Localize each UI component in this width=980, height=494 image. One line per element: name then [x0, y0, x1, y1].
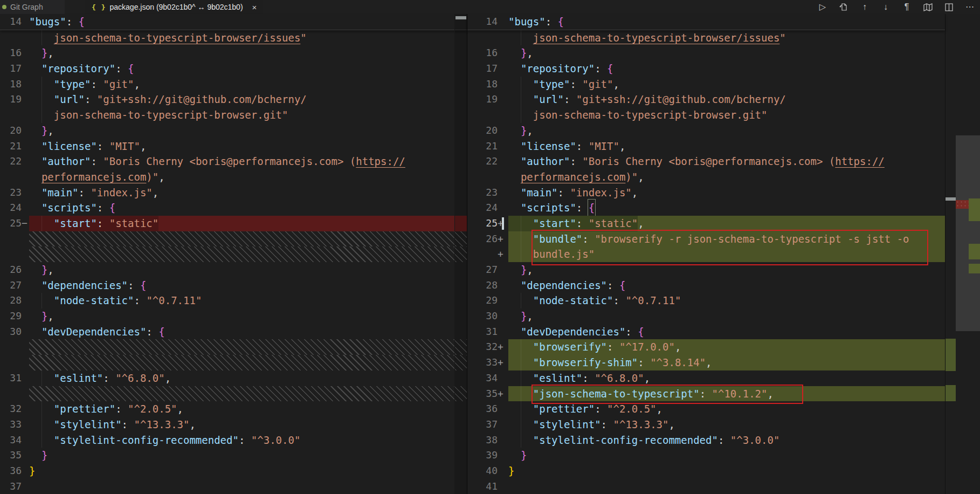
- code-row[interactable]: 21 "license": "MIT",: [467, 139, 945, 154]
- line-number[interactable]: 29: [467, 293, 498, 308]
- line-number[interactable]: 16: [467, 45, 498, 61]
- line-number[interactable]: 14: [0, 14, 22, 30]
- map-icon[interactable]: [923, 2, 933, 12]
- code-row[interactable]: 16 },: [0, 45, 467, 61]
- line-number[interactable]: 20: [0, 123, 22, 139]
- line-number[interactable]: 22: [0, 154, 22, 169]
- line-number[interactable]: 24: [0, 200, 22, 216]
- line-number[interactable]: 23: [0, 185, 22, 201]
- line-number[interactable]: [0, 339, 22, 355]
- code-row[interactable]: 31 "devDependencies": {: [467, 324, 945, 340]
- line-number[interactable]: [0, 107, 22, 123]
- line-number[interactable]: [0, 246, 22, 262]
- play-icon[interactable]: ▷: [818, 2, 827, 12]
- code-row[interactable]: 29 },: [0, 308, 467, 324]
- next-change-icon[interactable]: ↓: [881, 2, 891, 12]
- code-row[interactable]: json-schema-to-typescript-browser.git": [0, 107, 467, 123]
- code-row[interactable]: 19 "url": "git+ssh://git@github.com/bche…: [467, 92, 945, 107]
- line-number[interactable]: 32: [0, 401, 22, 417]
- code-row[interactable]: 14"bugs": {: [467, 14, 945, 30]
- hatch-filler-row[interactable]: [0, 355, 467, 370]
- line-number[interactable]: 24: [467, 200, 498, 216]
- code-row[interactable]: performancejs.com)",: [0, 169, 467, 185]
- code-row[interactable]: 14"bugs": {: [0, 14, 467, 30]
- code-row[interactable]: 31 "eslint": "^6.8.0",: [0, 370, 467, 386]
- code-row[interactable]: 36}: [0, 463, 467, 479]
- code-row[interactable]: 33+ "browserify-shim": "^3.8.14",: [467, 355, 945, 370]
- code-row[interactable]: 22 "author": "Boris Cherny <boris@perfor…: [467, 154, 945, 169]
- line-number[interactable]: 34: [467, 370, 498, 386]
- code-row[interactable]: json-schema-to-typescript-browser/issues…: [0, 30, 467, 46]
- original-pane[interactable]: 14"bugs": { json-schema-to-typescript-br…: [0, 14, 467, 494]
- code-row[interactable]: 23 "main": "index.js",: [0, 185, 467, 201]
- line-number[interactable]: 31: [0, 370, 22, 386]
- tab-package-json-diff[interactable]: { } package.json (9b02c1b0^ ↔ 9b02c1b0) …: [85, 0, 263, 14]
- line-number[interactable]: 18: [0, 77, 22, 92]
- code-row[interactable]: 27 "dependencies": {: [0, 278, 467, 293]
- code-row[interactable]: 18 "type": "git",: [0, 77, 467, 92]
- code-row[interactable]: json-schema-to-typescript-browser/issues…: [467, 30, 945, 46]
- code-row[interactable]: 30 },: [467, 308, 945, 324]
- line-number[interactable]: 27: [0, 278, 22, 293]
- code-row[interactable]: 26 },: [0, 262, 467, 278]
- line-number[interactable]: 30: [467, 308, 498, 324]
- line-number[interactable]: 18: [467, 77, 498, 92]
- line-number[interactable]: [467, 169, 498, 185]
- line-number[interactable]: [0, 231, 22, 247]
- split-editor-icon[interactable]: [944, 2, 954, 12]
- line-number[interactable]: 25: [0, 216, 22, 231]
- line-number[interactable]: 16: [0, 45, 22, 61]
- hatch-filler-row[interactable]: [0, 339, 467, 355]
- line-number[interactable]: 36: [0, 463, 22, 479]
- close-icon[interactable]: ×: [252, 3, 257, 12]
- line-number[interactable]: 37: [0, 479, 22, 494]
- line-number[interactable]: 19: [467, 92, 498, 107]
- code-row[interactable]: 30 "devDependencies": {: [0, 324, 467, 340]
- minimap-slider[interactable]: [956, 135, 980, 331]
- code-row[interactable]: 40}: [467, 463, 945, 479]
- line-number[interactable]: 28: [0, 293, 22, 308]
- line-number[interactable]: [0, 30, 22, 46]
- code-row[interactable]: 25− "start": "static": [0, 216, 467, 231]
- line-number[interactable]: 23: [467, 185, 498, 201]
- code-row[interactable]: 32 "prettier": "^2.0.5",: [0, 401, 467, 417]
- code-row[interactable]: 20 },: [467, 123, 945, 139]
- code-row[interactable]: 16 },: [467, 45, 945, 61]
- line-number[interactable]: 34: [0, 433, 22, 448]
- line-number[interactable]: 28: [467, 278, 498, 293]
- line-number[interactable]: 14: [467, 14, 498, 30]
- code-row[interactable]: 28 "dependencies": {: [467, 278, 945, 293]
- line-number[interactable]: 26: [0, 262, 22, 278]
- code-row[interactable]: 20 },: [0, 123, 467, 139]
- line-number[interactable]: 29: [0, 308, 22, 324]
- code-row[interactable]: 18 "type": "git",: [467, 77, 945, 92]
- code-row[interactable]: json-schema-to-typescript-browser.git": [467, 107, 945, 123]
- line-number[interactable]: 36: [467, 401, 498, 417]
- code-row[interactable]: 34 "eslint": "^6.8.0",: [467, 370, 945, 386]
- line-number[interactable]: 27: [467, 262, 498, 278]
- line-number[interactable]: [0, 169, 22, 185]
- line-number[interactable]: 20: [467, 123, 498, 139]
- line-number[interactable]: 35: [467, 386, 498, 402]
- minimap[interactable]: [956, 14, 980, 494]
- code-row[interactable]: 34 "stylelint-config-recommended": "^3.0…: [0, 433, 467, 448]
- line-number[interactable]: 38: [467, 433, 498, 448]
- line-number[interactable]: 26: [467, 231, 498, 247]
- code-row[interactable]: 24 "scripts": {: [467, 200, 945, 216]
- line-number[interactable]: [467, 30, 498, 46]
- code-row[interactable]: performancejs.com)",: [467, 169, 945, 185]
- tab-git-graph[interactable]: Git Graph: [0, 0, 65, 14]
- open-file-icon[interactable]: [839, 2, 848, 12]
- code-row[interactable]: 29 "node-static": "^0.7.11": [467, 293, 945, 308]
- line-number[interactable]: 41: [467, 479, 498, 494]
- code-row[interactable]: 25+ "start": "static",: [467, 216, 945, 231]
- code-row[interactable]: 37 "stylelint": "^13.3.3",: [467, 417, 945, 433]
- line-number[interactable]: 19: [0, 92, 22, 107]
- empty-row[interactable]: 41: [467, 479, 945, 494]
- code-row[interactable]: 39 }: [467, 448, 945, 463]
- code-row[interactable]: 22 "author": "Boris Cherny <boris@perfor…: [0, 154, 467, 169]
- line-number[interactable]: 17: [0, 61, 22, 77]
- line-number[interactable]: 21: [467, 139, 498, 154]
- line-number[interactable]: 33: [467, 355, 498, 370]
- code-row[interactable]: 33 "stylelint": "^13.3.3",: [0, 417, 467, 433]
